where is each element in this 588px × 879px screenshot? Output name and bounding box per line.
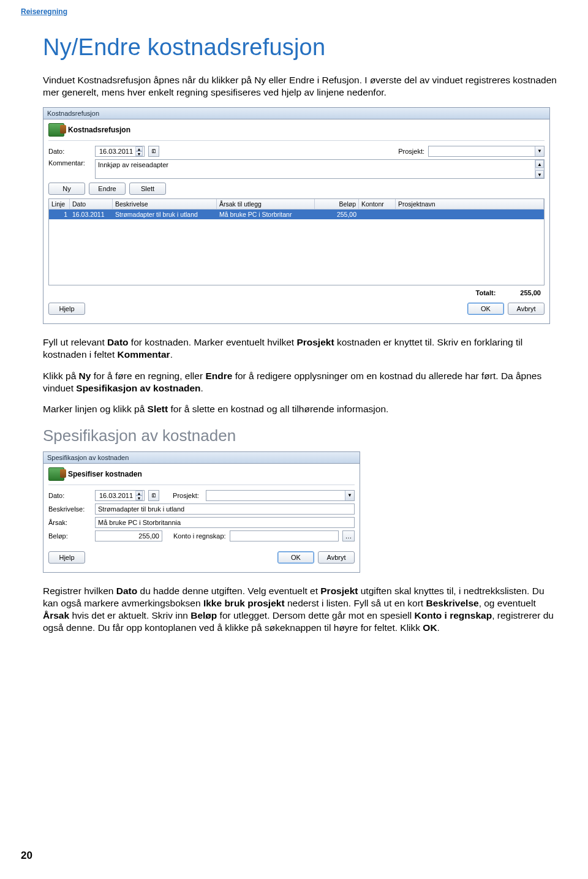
col-prosjektnavn[interactable]: Prosjektnavn: [396, 199, 544, 209]
hjelp-button[interactable]: Hjelp: [48, 303, 85, 315]
avbryt-button[interactable]: Avbryt: [318, 551, 355, 564]
col-kontonr[interactable]: Kontonr: [359, 199, 396, 209]
para-2: Fyll ut relevant Dato for kostnaden. Mar…: [43, 336, 559, 361]
dialog-heading: Kostnadsrefusjon: [68, 126, 130, 134]
totalt-value: 255,00: [520, 289, 541, 296]
dato-value: 16.03.2011: [97, 492, 135, 499]
beskrivelse-label: Beskrivelse:: [48, 505, 91, 513]
arsak-label: Årsak:: [48, 519, 91, 526]
col-linje[interactable]: Linje: [49, 199, 70, 209]
spec-heading: Spesifikasjon av kostnaden: [43, 426, 559, 445]
dato-input[interactable]: 16.03.2011 ▲▼: [95, 490, 145, 501]
konto-label: Konto i regnskap:: [173, 532, 226, 540]
spesifikasjon-dialog: Spesifikasjon av kostnaden Spesifiser ko…: [43, 451, 360, 573]
kostnadsrefusjon-dialog: Kostnadsrefusjon Kostnadsrefusjon Dato: …: [43, 107, 550, 324]
arsak-input[interactable]: Må bruke PC i Storbritannia: [95, 517, 355, 528]
dialog2-titlebar: Spesifikasjon av kostnaden: [43, 452, 360, 464]
cell-beskrivelse: Strømadapter til bruk i utland: [113, 209, 217, 219]
belop-value: 255,00: [138, 532, 159, 540]
cell-kontonr: [359, 209, 396, 219]
page-title: Ny/Endre kostnadsrefusjon: [43, 34, 559, 61]
dialog-titlebar: Kostnadsrefusjon: [43, 108, 549, 119]
intro-paragraph: Vinduet Kostnadsrefusjon åpnes når du kl…: [43, 74, 559, 99]
endre-button[interactable]: Endre: [89, 183, 126, 195]
prosjekt-label: Prosjekt:: [391, 148, 424, 155]
dialog-icon: [48, 467, 64, 481]
hjelp-button[interactable]: Hjelp: [48, 551, 85, 564]
kommentar-label: Kommentar:: [48, 159, 91, 167]
kommentar-value: Innkjøp av reiseadapter: [96, 160, 535, 178]
ok-button[interactable]: OK: [467, 303, 504, 315]
dato-input[interactable]: 16.03.2011 ▲▼: [95, 146, 145, 157]
beskrivelse-input[interactable]: Strømadapter til bruk i utland: [95, 504, 355, 515]
col-beskrivelse[interactable]: Beskrivelse: [113, 199, 217, 209]
page-number: 20: [21, 850, 32, 862]
date-spinner[interactable]: ▲▼: [135, 146, 143, 156]
ny-button[interactable]: Ny: [48, 183, 85, 195]
date-spinner[interactable]: ▲▼: [135, 491, 143, 500]
belop-label: Beløp:: [48, 532, 91, 540]
chevron-down-icon[interactable]: ▼: [535, 146, 544, 156]
cell-linje: 1: [49, 209, 70, 219]
page-header: Reiseregning: [0, 0, 588, 16]
kommentar-input[interactable]: Innkjøp av reiseadapter ▲▼: [95, 159, 545, 179]
cell-arsak: Må bruke PC i Storbritanr: [217, 209, 315, 219]
dialog-icon: [48, 123, 64, 137]
ok-button[interactable]: OK: [277, 551, 314, 564]
col-dato[interactable]: Dato: [70, 199, 113, 209]
para-4: Marker linjen og klikk på Slett for å sl…: [43, 403, 559, 415]
avbryt-button[interactable]: Avbryt: [508, 303, 545, 315]
cell-belop: 255,00: [315, 209, 359, 219]
grid-header: Linje Dato Beskrivelse Årsak til utlegg …: [49, 199, 544, 209]
col-belop[interactable]: Beløp: [315, 199, 359, 209]
scrollbar[interactable]: ▲▼: [535, 160, 544, 178]
totalt-label: Totalt:: [476, 289, 496, 296]
dato-label: Dato:: [48, 148, 91, 155]
grid-row[interactable]: 1 16.03.2011 Strømadapter til bruk i utl…: [49, 209, 544, 219]
dialog2-heading: Spesifiser kostnaden: [68, 470, 142, 478]
prosjekt-combo[interactable]: ▼: [428, 146, 545, 157]
beskrivelse-value: Strømadapter til bruk i utland: [98, 505, 184, 513]
chevron-down-icon[interactable]: ▼: [345, 491, 354, 500]
col-arsak[interactable]: Årsak til utlegg: [217, 199, 315, 209]
konto-input[interactable]: [230, 530, 339, 541]
calendar-icon[interactable]: 🗓: [148, 146, 159, 157]
search-icon[interactable]: …: [342, 530, 355, 541]
calendar-icon[interactable]: 🗓: [148, 490, 159, 501]
lines-grid: Linje Dato Beskrivelse Årsak til utlegg …: [48, 198, 545, 285]
prosjekt-combo[interactable]: ▼: [206, 490, 355, 501]
para-5: Registrer hvilken Dato du hadde denne ut…: [43, 585, 559, 635]
slett-button[interactable]: Slett: [129, 183, 166, 195]
arsak-value: Må bruke PC i Storbritannia: [98, 519, 181, 526]
belop-input[interactable]: 255,00: [95, 530, 162, 541]
dato-value: 16.03.2011: [97, 148, 135, 155]
cell-dato: 16.03.2011: [70, 209, 113, 219]
cell-prosjektnavn: [396, 209, 544, 219]
para-3: Klikk på Ny for å føre en regning, eller…: [43, 370, 559, 394]
prosjekt-label: Prosjekt:: [173, 492, 202, 499]
dato-label: Dato:: [48, 492, 91, 499]
